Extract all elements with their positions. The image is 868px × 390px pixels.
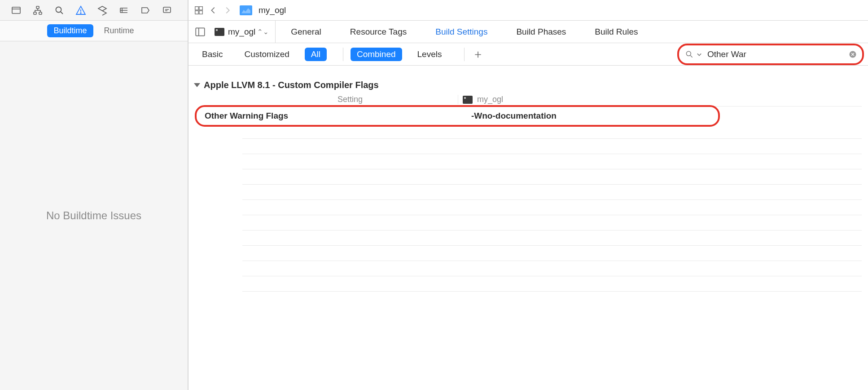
tab-resource-tags[interactable]: Resource Tags (336, 21, 421, 43)
group-title: Apple LLVM 8.1 - Custom Compiler Flags (204, 80, 379, 90)
issue-navigator-icon[interactable] (75, 5, 86, 16)
editor-area: my_ogl my_ogl ⌃⌄ General Resource Tags B… (189, 0, 868, 390)
search-icon (685, 50, 694, 59)
add-build-setting-button[interactable]: ＋ (472, 48, 484, 61)
tab-build-rules[interactable]: Build Rules (580, 21, 652, 43)
chevron-up-down-icon: ⌃⌄ (257, 28, 269, 36)
forward-icon[interactable] (223, 5, 232, 15)
svg-rect-8 (199, 6, 202, 9)
column-target-name: my_ogl (477, 95, 503, 104)
svg-rect-3 (39, 12, 42, 14)
breakpoint-navigator-icon[interactable] (140, 5, 151, 16)
target-selector[interactable]: my_ogl ⌃⌄ (212, 21, 276, 43)
svg-rect-2 (34, 12, 36, 14)
column-target: my_ogl (458, 95, 862, 104)
back-icon[interactable] (208, 5, 218, 15)
setting-name: Other Warning Flags (205, 111, 467, 121)
target-icon (215, 28, 224, 36)
issue-filter-segment: Buildtime Runtime (0, 21, 188, 41)
project-navigator-icon[interactable] (11, 5, 22, 16)
show-project-targets-icon[interactable] (194, 26, 206, 38)
setting-value[interactable]: -Wno-documentation (467, 111, 862, 121)
jump-bar: my_ogl (189, 0, 868, 21)
tab-general[interactable]: General (276, 21, 336, 43)
setting-row-other-warning-flags[interactable]: Other Warning Flags -Wno-documentation (195, 108, 862, 124)
svg-point-5 (80, 13, 81, 13)
divider (464, 48, 465, 61)
target-icon (463, 96, 473, 104)
filter-all[interactable]: All (305, 48, 327, 61)
svg-rect-0 (12, 7, 20, 13)
test-navigator-icon[interactable] (97, 5, 108, 16)
clear-search-icon[interactable] (848, 50, 857, 59)
navigator-toolbar (0, 0, 188, 21)
report-navigator-icon[interactable] (162, 5, 172, 16)
project-tabs: General Resource Tags Build Settings Bui… (276, 21, 863, 43)
svg-rect-11 (196, 28, 205, 35)
tab-build-phases[interactable]: Build Phases (502, 21, 580, 43)
runtime-tab[interactable]: Runtime (98, 24, 140, 37)
breadcrumb-file[interactable]: my_ogl (259, 5, 286, 15)
filter-customized[interactable]: Customized (238, 48, 295, 61)
source-control-icon[interactable] (32, 5, 43, 16)
disclosure-triangle-icon[interactable] (194, 83, 200, 87)
svg-point-12 (686, 51, 691, 56)
no-issues-message: No Buildtime Issues (46, 209, 141, 222)
issues-list: No Buildtime Issues (0, 41, 188, 390)
svg-rect-1 (36, 6, 39, 9)
related-items-icon[interactable] (194, 5, 204, 15)
svg-rect-7 (195, 6, 198, 9)
project-file-icon (240, 5, 252, 15)
buildtime-tab[interactable]: Buildtime (47, 24, 93, 37)
settings-group-header[interactable]: Apple LLVM 8.1 - Custom Compiler Flags (189, 66, 868, 93)
svg-rect-6 (163, 7, 171, 13)
navigator-sidebar: Buildtime Runtime No Buildtime Issues (0, 0, 189, 390)
settings-search-input[interactable] (706, 49, 846, 60)
chevron-down-icon[interactable] (695, 50, 704, 59)
svg-rect-10 (199, 10, 202, 13)
divider (343, 48, 343, 61)
target-name: my_ogl (228, 27, 255, 37)
column-setting: Setting (242, 95, 458, 104)
tab-build-settings[interactable]: Build Settings (421, 21, 502, 43)
search-navigator-icon[interactable] (54, 5, 65, 16)
filter-combined[interactable]: Combined (351, 48, 402, 61)
empty-rows (242, 124, 862, 292)
svg-point-4 (56, 7, 61, 12)
settings-column-headers: Setting my_ogl (242, 93, 862, 106)
filter-basic[interactable]: Basic (196, 48, 229, 61)
svg-rect-9 (195, 10, 198, 13)
build-settings-filter-bar: Basic Customized All Combined Levels ＋ (189, 43, 868, 66)
settings-search-field[interactable] (681, 47, 861, 62)
project-editor-toolbar: my_ogl ⌃⌄ General Resource Tags Build Se… (189, 21, 868, 43)
filter-levels[interactable]: Levels (411, 48, 448, 61)
build-settings-list[interactable]: Apple LLVM 8.1 - Custom Compiler Flags S… (189, 66, 868, 390)
debug-navigator-icon[interactable] (118, 5, 129, 16)
